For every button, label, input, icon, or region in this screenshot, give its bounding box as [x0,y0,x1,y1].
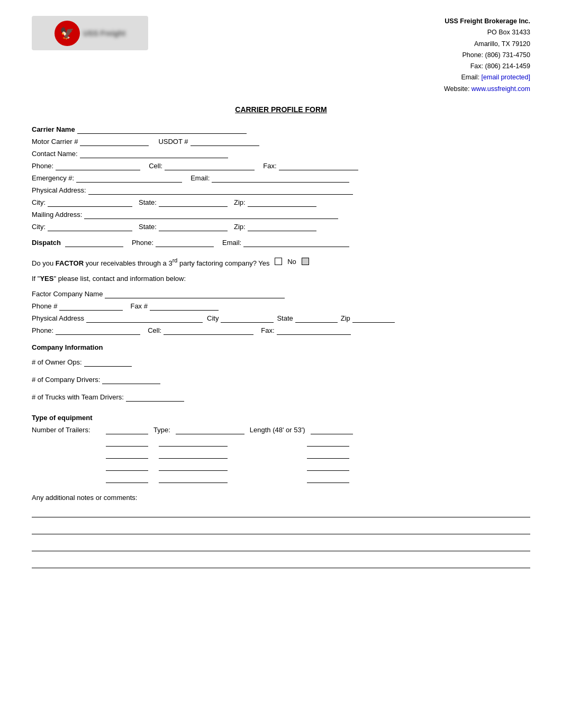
contact-name-input[interactable] [80,150,228,158]
fax-input[interactable] [279,162,358,170]
notes-line-2 [32,523,530,534]
dispatch-email-input[interactable] [243,239,349,247]
factor-fax-label: Fax # [130,302,148,310]
factor-phone2-input[interactable] [56,326,140,335]
owner-ops-label: # of Owner Ops: [32,356,82,369]
physical-address-input[interactable] [88,186,353,195]
factor-fax-input[interactable] [150,302,219,311]
company-drivers-label: # of Company Drivers: [32,373,100,387]
phone-input[interactable] [56,162,140,170]
owner-ops-input[interactable] [84,358,132,367]
carrier-name-input[interactable] [77,125,247,134]
company-info-block: USS Freight Brokerage Inc. PO Box 31433 … [444,16,530,95]
mailing-address-label: Mailing Address: [32,211,82,219]
type-0[interactable] [176,426,244,434]
length-0[interactable] [311,426,353,434]
equipment-row-0: Number of Trailers: Type: Length (48' or… [32,426,530,434]
notes-label: Any additional notes or comments: [32,494,530,502]
equipment-row-4 [32,475,530,483]
mailing-address-input[interactable] [84,211,338,219]
factor-address-input[interactable] [86,314,203,323]
factor-fax2-input[interactable] [277,326,351,335]
mailing-state-input[interactable] [159,223,228,231]
factor-cell-input[interactable] [164,326,253,335]
dispatch-phone-label: Phone: [132,239,153,247]
type-4[interactable] [159,475,228,483]
logo-icon: 🦅 [55,21,80,46]
carrier-name-label: Carrier Name [32,125,75,133]
type-2[interactable] [159,450,228,459]
logo-text: USS Freight [83,29,125,38]
notes-lines [32,506,530,568]
equipment-row-1 [32,438,530,447]
length-label-0: Length (48' or 53') [250,426,305,434]
emergency-input[interactable] [76,174,182,183]
motor-carrier-input[interactable] [80,138,149,146]
usdot-label: USDOT # [158,138,188,145]
mailing-city-label: City: [32,223,46,231]
length-1[interactable] [307,438,349,447]
mailing-state-label: State: [139,223,157,231]
mailing-city-state-zip-row: City: State: Zip: [32,223,530,231]
type-1[interactable] [159,438,228,447]
yes-no-area: No [275,256,309,268]
equipment-row-3 [32,462,530,471]
factor-text-2: your receivables through a 3 [84,259,173,267]
mailing-zip-label: Zip: [234,223,246,231]
factor-bold: FACTOR [56,259,84,267]
factor-sup: rd [173,257,178,263]
company-drivers-input[interactable] [102,376,160,384]
email-link[interactable]: [email protected] [482,74,530,81]
no-checkbox[interactable] [302,258,309,265]
cell-input[interactable] [165,162,255,170]
num-trailers-0[interactable] [106,426,148,434]
emergency-label: Emergency #: [32,174,74,182]
factor-city-input[interactable] [221,314,274,323]
usdot-input[interactable] [191,138,259,146]
owner-ops-row: # of Owner Ops: [32,356,530,369]
mailing-city-input[interactable] [48,223,132,231]
dispatch-phone-input[interactable] [156,239,214,247]
no-label: No [287,256,296,268]
zip-label: Zip: [234,198,246,206]
company-name: USS Freight Brokerage Inc. [444,16,530,27]
num-trailers-4[interactable] [106,475,148,483]
factor-zip-label: Zip [341,314,350,322]
factor-company-label: Factor Company Name [32,290,103,298]
num-trailers-1[interactable] [106,438,148,447]
mailing-address-row: Mailing Address: [32,211,530,219]
type-3[interactable] [159,462,228,471]
emergency-row: Emergency #: Email: [32,174,530,183]
factor-phone-input[interactable] [59,302,123,311]
fax-label: Fax: [263,162,276,170]
factor-zip-input[interactable] [352,314,395,323]
header: 🦅 USS Freight USS Freight Brokerage Inc.… [32,16,530,95]
city-input[interactable] [48,198,132,207]
yes-checkbox[interactable] [275,258,282,265]
website-link[interactable]: www.ussfreight.com [472,85,530,93]
zip-input[interactable] [248,198,316,207]
city-state-zip-row: City: State: Zip: [32,198,530,207]
dispatch-input[interactable] [65,239,123,247]
factor-company-input[interactable] [105,290,285,298]
cell-label: Cell: [149,162,162,170]
state-input[interactable] [159,198,228,207]
length-2[interactable] [307,450,349,459]
factor-company-row: Factor Company Name [32,290,530,298]
factor-phone2-label: Phone: [32,326,53,334]
email-input[interactable] [212,174,349,183]
factor-address-row: Physical Address City State Zip [32,314,530,323]
team-drivers-row: # of Trucks with Team Drivers: [32,390,530,404]
equipment-row-2 [32,450,530,459]
notes-line-1 [32,506,530,517]
length-4[interactable] [307,475,349,483]
mailing-zip-input[interactable] [248,223,316,231]
num-trailers-2[interactable] [106,450,148,459]
company-address: Amarillo, TX 79120 [444,39,530,50]
num-trailers-3[interactable] [106,462,148,471]
length-3[interactable] [307,462,349,471]
equipment-heading: Type of equipment [32,414,530,422]
factor-state-input[interactable] [295,314,338,323]
factor-if-text: If " [32,275,40,283]
team-drivers-input[interactable] [126,393,184,402]
